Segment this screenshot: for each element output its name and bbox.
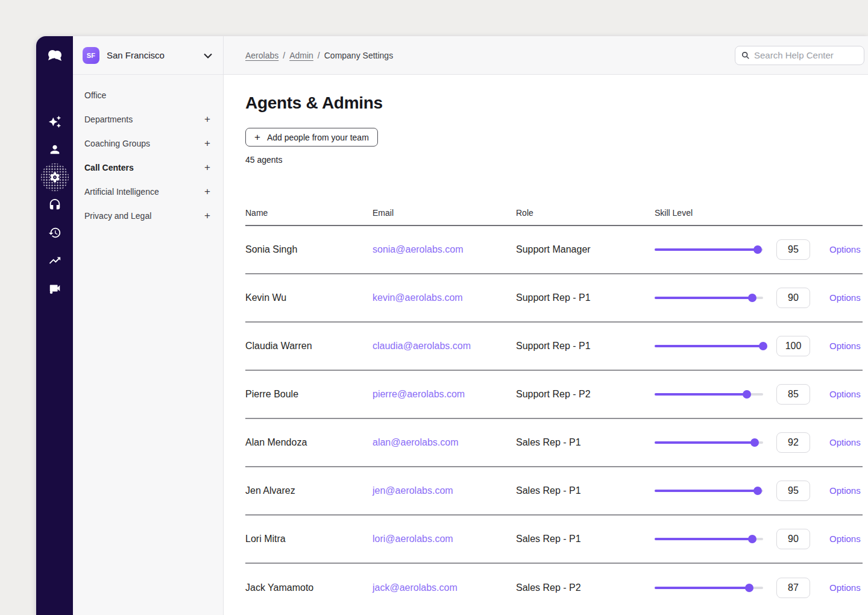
sidebar-item-departments[interactable]: Departments + [73,107,223,131]
slider-fill [655,297,752,299]
options-link[interactable]: Options [829,485,861,496]
skill-slider[interactable] [655,438,763,447]
slider-thumb[interactable] [753,245,762,254]
skill-value-cell [776,432,829,453]
breadcrumb-link-admin[interactable]: Admin [289,51,313,60]
skill-value-cell [776,336,829,356]
options-link[interactable]: Options [829,292,861,303]
skill-slider[interactable] [655,294,763,302]
agent-role: Sales Rep - P2 [516,582,655,593]
options-cell: Options [829,389,863,400]
sidebar-item-call-centers[interactable]: Call Centers + [73,156,223,180]
skill-value-input[interactable] [776,336,810,356]
agent-role: Sales Rep - P1 [516,437,655,448]
history-icon[interactable] [41,219,69,247]
sidebar-item-coaching-groups[interactable]: Coaching Groups + [73,131,223,156]
slider-fill [655,393,747,396]
options-link[interactable]: Options [829,437,861,447]
slider-thumb[interactable] [748,535,756,543]
help-search[interactable] [735,46,864,65]
trending-up-icon[interactable] [41,247,69,274]
sparkles-icon[interactable] [41,108,69,136]
options-cell: Options [829,582,863,593]
agent-email-cell: kevin@aerolabs.com [373,292,516,303]
skill-value-input[interactable] [776,432,810,453]
agent-email-link[interactable]: lori@aerolabs.com [373,534,453,544]
sidebar-item-label: Artificial Intelligence [84,187,203,197]
workspace-name: San Francisco [107,50,204,60]
person-icon[interactable] [41,136,69,163]
breadcrumb-separator: / [283,51,285,60]
sidebar-item-label: Coaching Groups [84,139,203,148]
skill-slider[interactable] [655,584,763,592]
sidebar-item-artificial-intelligence[interactable]: Artificial Intelligence + [73,180,223,204]
options-link[interactable]: Options [829,244,861,254]
agent-role: Support Manager [516,244,655,255]
sidebar-item-label: Call Centers [84,163,203,172]
options-link[interactable]: Options [829,341,861,351]
agent-email-link[interactable]: kevin@aerolabs.com [373,292,463,303]
search-input[interactable] [754,50,858,60]
skill-value-input[interactable] [776,481,810,501]
agent-email-link[interactable]: alan@aerolabs.com [373,437,459,447]
skill-slider-cell [655,584,776,592]
slider-thumb[interactable] [743,390,751,399]
skill-slider[interactable] [655,487,763,495]
headset-icon[interactable] [41,191,69,219]
table-row: Pierre Boule pierre@aerolabs.com Support… [245,371,863,419]
add-people-button[interactable]: + Add people from your team [245,128,378,147]
skill-value-cell [776,529,829,549]
options-cell: Options [829,292,863,303]
plus-icon[interactable]: + [203,113,212,125]
sidebar-item-label: Departments [84,115,203,124]
skill-value-input[interactable] [776,578,810,598]
skill-slider[interactable] [655,535,763,543]
agent-email-link[interactable]: pierre@aerolabs.com [373,389,465,399]
video-settings-icon[interactable] [41,274,69,302]
options-link[interactable]: Options [829,582,861,593]
options-cell: Options [829,341,863,352]
slider-thumb[interactable] [753,487,762,495]
skill-slider-cell [655,438,776,447]
plus-icon[interactable]: + [203,210,212,222]
breadcrumb: Aerolabs / Admin / Company Settings [245,51,735,60]
slider-thumb[interactable] [748,294,756,302]
dialpad-logo[interactable] [36,36,73,75]
sidebar-item-privacy-and-legal[interactable]: Privacy and Legal + [73,204,223,228]
skill-value-cell [776,481,829,501]
agent-email-link[interactable]: sonia@aerolabs.com [373,244,464,254]
breadcrumb-link-aerolabs[interactable]: Aerolabs [245,51,278,60]
skill-slider[interactable] [655,342,763,350]
options-link[interactable]: Options [829,534,861,544]
skill-value-input[interactable] [776,529,810,549]
agent-name: Sonia Singh [245,244,373,255]
plus-icon[interactable]: + [203,186,212,198]
topbar: Aerolabs / Admin / Company Settings [224,36,868,75]
gear-icon[interactable] [41,163,69,191]
slider-thumb[interactable] [750,438,759,447]
skill-value-input[interactable] [776,384,810,405]
icon-rail [36,36,73,615]
agent-email-link[interactable]: jen@aerolabs.com [373,485,453,496]
sidebar-item-office[interactable]: Office + [73,83,223,107]
column-header-email: Email [373,208,516,218]
slider-thumb[interactable] [745,584,753,592]
agent-email-link[interactable]: claudia@aerolabs.com [373,341,471,351]
workspace-selector[interactable]: SF San Francisco [73,36,223,75]
table-row: Alan Mendoza alan@aerolabs.com Sales Rep… [245,419,863,467]
column-header-name: Name [245,208,373,218]
skill-slider-cell [655,294,776,302]
breadcrumb-current: Company Settings [324,51,393,60]
agent-email-link[interactable]: jack@aerolabs.com [373,582,458,593]
sidebar: SF San Francisco Office + Departments + … [73,36,224,615]
slider-thumb[interactable] [759,342,767,350]
skill-value-input[interactable] [776,288,810,308]
plus-icon[interactable]: + [203,162,212,174]
skill-value-input[interactable] [776,239,810,260]
skill-slider[interactable] [655,390,763,399]
skill-slider[interactable] [655,245,763,254]
agent-count: 45 agents [245,155,862,165]
options-link[interactable]: Options [829,389,861,399]
plus-icon[interactable]: + [203,137,212,150]
slider-fill [655,345,763,347]
